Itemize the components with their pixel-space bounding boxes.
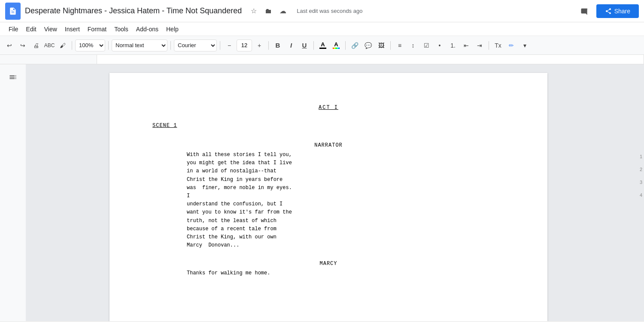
menu-bar: File Edit View Insert Format Tools Add-o… bbox=[0, 22, 644, 36]
align-button[interactable]: ≡ bbox=[394, 39, 406, 51]
page-num-3: 3 bbox=[631, 176, 642, 189]
font-size-input[interactable] bbox=[237, 39, 252, 51]
increase-indent-button[interactable]: ⇥ bbox=[474, 39, 486, 51]
folder-icon[interactable]: 🖿 bbox=[262, 5, 274, 17]
narrator-character-name: NARRATOR bbox=[152, 141, 504, 149]
underline-button[interactable]: U bbox=[298, 39, 310, 51]
act-title: ACT I bbox=[319, 105, 338, 111]
print-button[interactable]: 🖨 bbox=[30, 39, 42, 51]
zoom-select[interactable]: 100% 75% 50% 125% 150% bbox=[75, 39, 105, 51]
menu-edit[interactable]: Edit bbox=[23, 24, 40, 34]
menu-insert[interactable]: Insert bbox=[61, 24, 83, 34]
toolbar-divider-5 bbox=[268, 41, 269, 50]
ruler bbox=[0, 55, 644, 64]
page-num-4: 4 bbox=[631, 189, 642, 202]
text-color-letter: A bbox=[321, 42, 325, 47]
undo-button[interactable]: ↩ bbox=[3, 39, 15, 51]
toolbar-divider-9 bbox=[489, 41, 489, 50]
menu-addons[interactable]: Add-ons bbox=[133, 24, 162, 34]
comment-button[interactable]: 💬 bbox=[362, 39, 374, 51]
toolbar-divider-2 bbox=[108, 41, 109, 50]
menu-file[interactable]: File bbox=[5, 24, 22, 34]
text-style-select[interactable]: Normal text Heading 1 Heading 2 Heading … bbox=[112, 39, 167, 51]
star-icon[interactable]: ☆ bbox=[248, 5, 260, 17]
main-area: ACT I SCENE 1 NARRATOR With all these st… bbox=[0, 64, 644, 321]
decrease-indent-button[interactable]: ⇤ bbox=[460, 39, 472, 51]
image-button[interactable]: 🖼 bbox=[375, 39, 387, 51]
paint-format-button[interactable]: 🖌 bbox=[57, 39, 69, 51]
redo-button[interactable]: ↪ bbox=[17, 39, 29, 51]
bold-button[interactable]: B bbox=[272, 39, 284, 51]
number-list-button[interactable]: 1. bbox=[447, 39, 459, 51]
act-heading: ACT I bbox=[152, 104, 504, 111]
toolbar-divider-3 bbox=[170, 41, 171, 50]
highlight-color-bar bbox=[333, 48, 340, 49]
scene-heading-container: SCENE 1 bbox=[152, 122, 504, 129]
document-page[interactable]: ACT I SCENE 1 NARRATOR With all these st… bbox=[109, 73, 547, 321]
google-docs-icon bbox=[5, 3, 21, 20]
italic-button[interactable]: I bbox=[285, 39, 297, 51]
share-button[interactable]: Share bbox=[596, 4, 639, 18]
toolbar-divider-1 bbox=[72, 41, 72, 50]
toolbar-divider-8 bbox=[390, 41, 391, 50]
highlight-color-button[interactable]: A bbox=[330, 39, 342, 51]
document-title: Desperate Nightmares - Jessica Hatem - T… bbox=[25, 6, 242, 15]
ruler-content bbox=[97, 55, 644, 64]
marcy-dialogue: Thanks for walking me home. bbox=[187, 269, 470, 277]
marcy-character-name: MARCY bbox=[152, 260, 504, 268]
title-action-icons: ☆ 🖿 ☁ bbox=[248, 5, 289, 17]
doc-container: ACT I SCENE 1 NARRATOR With all these st… bbox=[26, 64, 631, 321]
share-label: Share bbox=[614, 8, 630, 15]
font-size-decrease-button[interactable]: − bbox=[223, 39, 235, 51]
menu-format[interactable]: Format bbox=[84, 24, 110, 34]
menu-help[interactable]: Help bbox=[163, 24, 182, 34]
left-sidebar bbox=[0, 64, 26, 321]
menu-view[interactable]: View bbox=[41, 24, 61, 34]
page-numbers: 1 2 3 4 bbox=[631, 64, 644, 321]
spell-check-button[interactable]: ABC bbox=[43, 39, 55, 51]
comments-button[interactable] bbox=[577, 3, 592, 19]
page-num-2: 2 bbox=[631, 163, 642, 176]
bullet-list-button[interactable]: • bbox=[434, 39, 446, 51]
toolbar-divider-4 bbox=[220, 41, 220, 50]
outline-icon[interactable] bbox=[5, 69, 21, 85]
pen-dropdown[interactable]: ▾ bbox=[519, 39, 531, 51]
cloud-icon[interactable]: ☁ bbox=[277, 5, 289, 17]
top-bar: Desperate Nightmares - Jessica Hatem - T… bbox=[0, 0, 644, 22]
pen-button[interactable]: ✏ bbox=[505, 39, 517, 51]
toolbar: ↩ ↪ 🖨 ABC 🖌 100% 75% 50% 125% 150% Norma… bbox=[0, 36, 644, 55]
narrator-dialogue: With all these stories I tell you, you m… bbox=[187, 151, 470, 250]
page-num-1: 1 bbox=[631, 150, 642, 163]
scene-heading: SCENE 1 bbox=[152, 123, 177, 129]
checklist-button[interactable]: ☑ bbox=[420, 39, 432, 51]
link-button[interactable]: 🔗 bbox=[349, 39, 361, 51]
font-select[interactable]: Courier Arial Times New Roman Georgia bbox=[174, 39, 217, 51]
toolbar-divider-7 bbox=[345, 41, 346, 50]
font-size-increase-button[interactable]: + bbox=[253, 39, 265, 51]
text-color-button[interactable]: A bbox=[317, 39, 329, 51]
toolbar-divider-6 bbox=[313, 41, 314, 50]
highlight-color-letter: A bbox=[334, 42, 338, 47]
clear-format-button[interactable]: Tx bbox=[492, 39, 504, 51]
menu-tools[interactable]: Tools bbox=[111, 24, 132, 34]
last-edit-status: Last edit was seconds ago bbox=[297, 8, 572, 14]
line-spacing-button[interactable]: ↕ bbox=[407, 39, 419, 51]
text-color-bar bbox=[319, 48, 326, 49]
